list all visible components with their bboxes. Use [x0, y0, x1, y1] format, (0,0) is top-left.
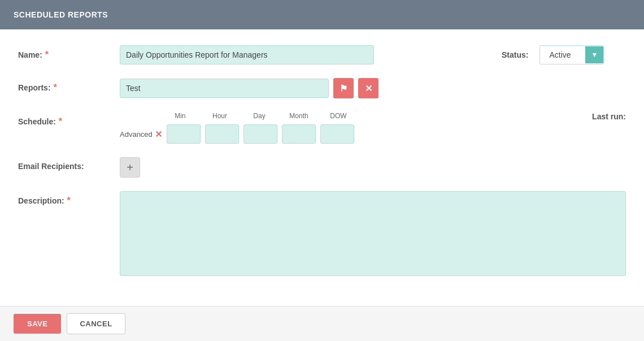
reports-input[interactable]	[120, 79, 329, 98]
last-run-label: Last run:	[592, 112, 626, 121]
col-label-day: Day	[240, 112, 279, 120]
chevron-down-icon: ▼	[591, 51, 598, 59]
delete-report-button[interactable]: ✕	[358, 78, 378, 98]
schedule-row: Schedule: * Min Hour Day Month DOW Advan…	[18, 112, 626, 144]
status-arrow-button[interactable]: ▼	[585, 46, 603, 63]
cron-month-input[interactable]	[282, 124, 316, 144]
cron-day-input[interactable]	[243, 124, 277, 144]
email-recipients-field-wrapper: +	[120, 157, 626, 178]
schedule-required: *	[59, 116, 62, 126]
add-email-button[interactable]: +	[120, 157, 140, 178]
status-value: Active	[540, 46, 585, 64]
cron-hour-input[interactable]	[205, 124, 239, 144]
schedule-inputs-row: Advanced ✕	[120, 124, 569, 144]
flag-icon: ⚑	[340, 83, 347, 94]
description-required: *	[67, 196, 71, 205]
name-input[interactable]	[120, 45, 374, 64]
status-section: Status: Active ▼	[502, 45, 626, 64]
name-required: *	[45, 50, 49, 59]
flag-button[interactable]: ⚑	[333, 78, 354, 98]
advanced-x-button[interactable]: ✕	[155, 129, 162, 140]
schedule-section: Min Hour Day Month DOW Advanced ✕	[120, 112, 569, 144]
status-label: Status:	[502, 50, 528, 59]
schedule-column-labels: Min Hour Day Month DOW	[160, 112, 569, 120]
description-label: Description: *	[18, 191, 120, 206]
cron-min-input[interactable]	[167, 124, 201, 144]
name-field-wrapper	[120, 45, 479, 64]
reports-label: Reports: *	[18, 78, 120, 93]
name-label: Name: *	[18, 45, 120, 60]
form-footer: SAVE CANCEL	[0, 306, 644, 341]
col-label-month: Month	[279, 112, 319, 120]
name-status-row: Name: * Status: Active ▼	[18, 45, 626, 64]
reports-row: Reports: * ⚑ ✕	[18, 78, 626, 98]
page-title: SCHEDULED REPORTS	[14, 10, 108, 19]
delete-icon: ✕	[365, 83, 372, 94]
page-header: SCHEDULED REPORTS	[0, 0, 644, 29]
advanced-label: Advanced	[120, 130, 153, 139]
reports-input-row: ⚑ ✕	[120, 78, 626, 98]
page-wrapper: SCHEDULED REPORTS Name: * Status: Active…	[0, 0, 644, 341]
reports-required: *	[53, 83, 56, 92]
email-recipients-label: Email Recipients:	[18, 157, 120, 171]
col-label-min: Min	[160, 112, 200, 120]
col-label-hour: Hour	[200, 112, 240, 120]
status-dropdown[interactable]: Active ▼	[539, 45, 604, 64]
schedule-field-wrapper: Min Hour Day Month DOW Advanced ✕	[120, 112, 569, 144]
last-run-section: Last run:	[592, 112, 626, 121]
cancel-button[interactable]: CANCEL	[67, 313, 125, 334]
schedule-label: Schedule: *	[18, 112, 120, 127]
description-row: Description: *	[18, 191, 626, 278]
email-recipients-row: Email Recipients: +	[18, 157, 626, 178]
reports-field-wrapper: ⚑ ✕	[120, 78, 626, 98]
cron-dow-input[interactable]	[320, 124, 354, 144]
col-label-dow: DOW	[319, 112, 358, 120]
form-body: Name: * Status: Active ▼ Reports: *	[0, 29, 644, 306]
description-field-wrapper	[120, 191, 626, 278]
save-button[interactable]: SAVE	[14, 314, 61, 334]
description-textarea[interactable]	[120, 191, 626, 276]
add-icon: +	[127, 161, 133, 174]
